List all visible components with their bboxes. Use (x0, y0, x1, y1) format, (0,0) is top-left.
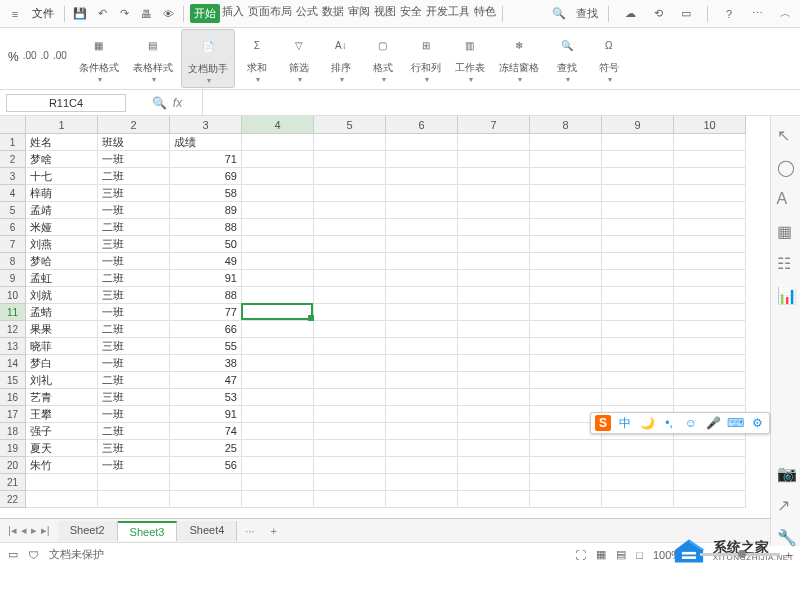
cell[interactable] (458, 168, 530, 185)
cursor-icon[interactable]: ↖ (777, 126, 795, 144)
cell[interactable] (530, 491, 602, 508)
cell[interactable]: 74 (170, 423, 242, 440)
cell[interactable] (314, 372, 386, 389)
cell[interactable]: 一班 (98, 253, 170, 270)
cell[interactable] (458, 304, 530, 321)
row-header[interactable]: 15 (0, 372, 26, 389)
cell[interactable]: 晓菲 (26, 338, 98, 355)
sheets-more[interactable]: ··· (237, 525, 262, 537)
cell[interactable] (98, 491, 170, 508)
cell[interactable]: 91 (170, 406, 242, 423)
cell[interactable] (674, 219, 746, 236)
cell[interactable]: 69 (170, 168, 242, 185)
search-label[interactable]: 查找 (576, 6, 598, 21)
cell[interactable] (242, 168, 314, 185)
first-sheet-icon[interactable]: |◂ (8, 524, 17, 537)
preview-icon[interactable]: 👁 (159, 5, 177, 23)
cell[interactable] (458, 236, 530, 253)
cell[interactable] (674, 355, 746, 372)
cell[interactable]: 十七 (26, 168, 98, 185)
cell[interactable] (530, 185, 602, 202)
cell[interactable] (602, 321, 674, 338)
cell[interactable] (458, 185, 530, 202)
cell[interactable] (314, 185, 386, 202)
cell[interactable] (314, 338, 386, 355)
row-header[interactable]: 11 (0, 304, 26, 321)
row-header[interactable]: 12 (0, 321, 26, 338)
cell[interactable] (386, 423, 458, 440)
cell[interactable] (458, 151, 530, 168)
cell[interactable] (458, 219, 530, 236)
cell[interactable] (458, 287, 530, 304)
cell[interactable] (242, 372, 314, 389)
cell[interactable]: 班级 (98, 134, 170, 151)
cell[interactable] (530, 134, 602, 151)
cell[interactable] (602, 236, 674, 253)
cell[interactable]: 姓名 (26, 134, 98, 151)
cell[interactable]: 56 (170, 457, 242, 474)
cell[interactable] (674, 168, 746, 185)
more-icon[interactable]: ⋯ (748, 5, 766, 23)
cell[interactable] (602, 304, 674, 321)
cell[interactable] (314, 440, 386, 457)
cell[interactable] (458, 202, 530, 219)
cell[interactable] (674, 236, 746, 253)
cell[interactable] (314, 287, 386, 304)
col-header[interactable]: 5 (314, 116, 386, 134)
cell[interactable]: 二班 (98, 321, 170, 338)
ime-item[interactable]: 中 (617, 415, 633, 431)
ribbon-行和列[interactable]: ⊞行和列 (405, 29, 447, 88)
row-header[interactable]: 9 (0, 270, 26, 287)
sheet-tab-Sheet2[interactable]: Sheet2 (58, 521, 118, 541)
cell[interactable] (386, 168, 458, 185)
shape-icon[interactable]: ◯ (777, 158, 795, 176)
row-header[interactable]: 4 (0, 185, 26, 202)
cell[interactable] (530, 236, 602, 253)
cell[interactable]: 二班 (98, 219, 170, 236)
col-header[interactable]: 7 (458, 116, 530, 134)
cell[interactable]: 二班 (98, 372, 170, 389)
ribbon-筛选[interactable]: ▽筛选 (279, 29, 319, 88)
ribbon-查找[interactable]: 🔍查找 (547, 29, 587, 88)
cell[interactable]: 梓萌 (26, 185, 98, 202)
cell[interactable] (242, 287, 314, 304)
cell[interactable]: 夏天 (26, 440, 98, 457)
cell[interactable] (530, 287, 602, 304)
cell[interactable]: 强子 (26, 423, 98, 440)
cell[interactable]: 一班 (98, 202, 170, 219)
cell[interactable]: 朱竹 (26, 457, 98, 474)
cell[interactable]: 一班 (98, 355, 170, 372)
fx-icon[interactable]: fx (173, 96, 182, 110)
cell[interactable]: 刘燕 (26, 236, 98, 253)
cell[interactable] (386, 321, 458, 338)
cell[interactable] (602, 134, 674, 151)
share-icon[interactable]: ↗ (777, 496, 795, 514)
camera-icon[interactable]: 📷 (777, 464, 795, 482)
cell[interactable] (386, 270, 458, 287)
row-header[interactable]: 19 (0, 440, 26, 457)
ribbon-文档助手[interactable]: 📄文档助手 (181, 29, 235, 88)
cell[interactable] (458, 355, 530, 372)
cell[interactable] (530, 372, 602, 389)
cell[interactable] (530, 440, 602, 457)
cell[interactable] (674, 338, 746, 355)
cell[interactable] (602, 287, 674, 304)
cell[interactable] (674, 202, 746, 219)
properties-icon[interactable]: ☷ (777, 254, 795, 272)
cell[interactable]: 梦啥 (26, 151, 98, 168)
cell[interactable] (242, 304, 314, 321)
view-reader-icon[interactable]: □ (636, 549, 643, 561)
cell[interactable] (602, 151, 674, 168)
cell[interactable] (314, 236, 386, 253)
cell[interactable] (602, 219, 674, 236)
cell[interactable]: 一班 (98, 457, 170, 474)
search-fx-icon[interactable]: 🔍 (152, 96, 167, 110)
cell[interactable] (458, 406, 530, 423)
ribbon-表格样式[interactable]: ▤表格样式 (127, 29, 179, 88)
cell[interactable] (242, 321, 314, 338)
cell[interactable]: 三班 (98, 389, 170, 406)
cell[interactable] (242, 219, 314, 236)
cell[interactable] (386, 355, 458, 372)
cell[interactable] (386, 253, 458, 270)
cell[interactable] (674, 270, 746, 287)
